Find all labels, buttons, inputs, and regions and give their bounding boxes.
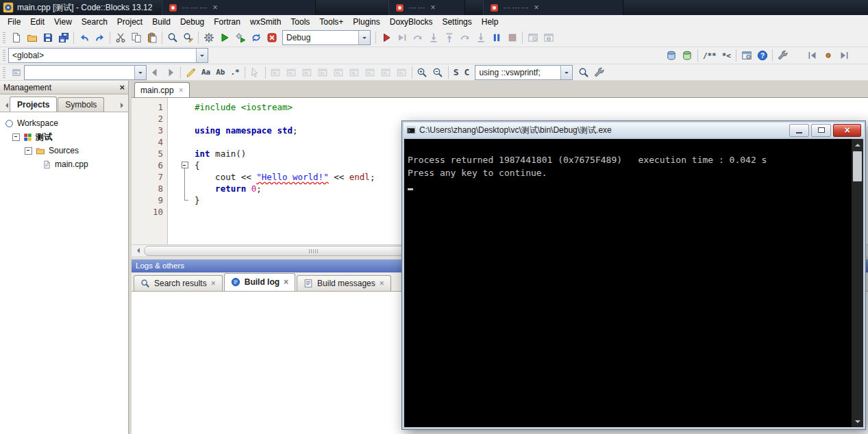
wx-widget-button[interactable]	[299, 65, 315, 80]
step-out-button[interactable]	[441, 30, 457, 45]
menu-file[interactable]: File	[3, 15, 25, 29]
break-debugger-button[interactable]	[488, 30, 504, 45]
jump-back-button[interactable]	[804, 48, 820, 63]
symbol-combo[interactable]: using ::vswprintf;	[475, 65, 573, 80]
tab-close-icon[interactable]	[380, 279, 384, 288]
wx-widget-button[interactable]	[347, 65, 362, 80]
tabs-scroll-right-icon[interactable]	[119, 99, 127, 112]
next-line-button[interactable]	[410, 30, 425, 45]
build-and-run-button[interactable]	[232, 30, 248, 45]
paste-button[interactable]	[144, 30, 160, 45]
doxy-settings-button[interactable]	[775, 48, 791, 63]
jump-last-button[interactable]	[820, 48, 836, 63]
build-button[interactable]	[201, 30, 216, 45]
menu-project[interactable]: Project	[112, 15, 147, 29]
wx-widget-button[interactable]	[378, 65, 394, 80]
minimize-button[interactable]	[789, 124, 809, 137]
menu-debug[interactable]: Debug	[175, 15, 209, 29]
toolbar-grip[interactable]	[3, 50, 5, 61]
background-tab[interactable]: ⋯⋯⋯	[162, 0, 316, 15]
tab-close-icon[interactable]	[212, 3, 217, 12]
tree-item-project[interactable]: 测试	[0, 130, 128, 144]
run-to-cursor-button[interactable]	[394, 30, 410, 45]
wx-widget-button[interactable]	[394, 65, 410, 80]
pointer-tool-button[interactable]	[247, 65, 263, 80]
menu-tools-plus[interactable]: Tools+	[314, 15, 348, 29]
doxywizard-button[interactable]	[739, 48, 754, 63]
scroll-up-icon[interactable]	[852, 140, 863, 150]
replace-button[interactable]	[180, 30, 196, 45]
abort-build-button[interactable]	[264, 30, 280, 45]
toolbar-grip[interactable]	[3, 67, 5, 78]
copy-button[interactable]	[128, 30, 144, 45]
menu-help[interactable]: Help	[477, 15, 504, 29]
tab-close-icon[interactable]	[211, 279, 216, 288]
undo-button[interactable]	[76, 30, 92, 45]
zoom-in-button[interactable]	[414, 65, 430, 80]
doxygen-help-button[interactable]	[754, 48, 770, 63]
background-tab[interactable]: ⋯⋯⋯	[483, 0, 623, 15]
run-doc-button[interactable]	[680, 48, 695, 63]
wx-widget-button[interactable]	[268, 65, 284, 80]
menu-plugins[interactable]: Plugins	[348, 15, 384, 29]
match-word-button[interactable]: Ab	[213, 65, 227, 80]
zoom-out-button[interactable]	[430, 65, 446, 80]
menu-edit[interactable]: Edit	[25, 15, 49, 29]
debug-info-button[interactable]	[541, 30, 556, 45]
save-button[interactable]	[40, 30, 55, 45]
tab-close-icon[interactable]	[430, 3, 435, 12]
s-tool-button[interactable]: S	[451, 65, 462, 80]
scope-combo[interactable]: <global>	[8, 48, 208, 63]
wx-widget-button[interactable]	[315, 65, 331, 80]
next-instruction-button[interactable]	[457, 30, 473, 45]
regex-button[interactable]: .*	[228, 65, 243, 80]
debug-continue-button[interactable]	[378, 30, 394, 45]
match-case-button[interactable]: Aa	[199, 65, 213, 80]
stop-debugger-button[interactable]	[504, 30, 520, 45]
step-into-button[interactable]	[425, 30, 441, 45]
cut-button[interactable]	[112, 30, 128, 45]
highlight-button[interactable]	[183, 65, 199, 80]
jump-forward-button[interactable]	[836, 48, 852, 63]
menu-wxsmith[interactable]: wxSmith	[245, 15, 286, 29]
save-all-button[interactable]	[55, 30, 71, 45]
menu-search[interactable]: Search	[77, 15, 112, 29]
toolbar-settings-button[interactable]	[591, 65, 607, 80]
fold-icon[interactable]	[167, 159, 190, 171]
scrollbar-thumb[interactable]	[853, 151, 862, 181]
chevron-down-icon[interactable]	[560, 66, 572, 79]
doxy-line-comment-button[interactable]: *<	[719, 48, 734, 63]
tab-close-icon[interactable]	[179, 86, 184, 94]
nav-back-button[interactable]	[147, 65, 162, 80]
incremental-search-button[interactable]	[575, 65, 591, 80]
menu-doxyblocks[interactable]: DoxyBlocks	[385, 15, 438, 29]
run-button[interactable]	[216, 30, 232, 45]
wx-widget-button[interactable]	[284, 65, 299, 80]
menu-fortran[interactable]: Fortran	[209, 15, 245, 29]
menu-view[interactable]: View	[49, 15, 77, 29]
maximize-button[interactable]	[811, 124, 831, 137]
tab-build-messages[interactable]: Build messages	[297, 275, 391, 291]
find-button[interactable]	[164, 30, 180, 45]
tab-build-log[interactable]: Build log	[224, 273, 295, 291]
rebuild-button[interactable]	[248, 30, 264, 45]
close-icon[interactable]	[119, 82, 125, 92]
expander-icon[interactable]	[12, 133, 20, 141]
redo-button[interactable]	[92, 30, 108, 45]
chevron-down-icon[interactable]	[358, 31, 370, 44]
expander-icon[interactable]	[25, 147, 32, 155]
tab-symbols[interactable]: Symbols	[58, 97, 104, 112]
wx-widget-button[interactable]	[331, 65, 347, 80]
tab-close-icon[interactable]	[284, 278, 288, 286]
tab-search-results[interactable]: Search results	[134, 275, 223, 291]
tree-item-sources[interactable]: Sources	[0, 144, 128, 157]
step-into-instruction-button[interactable]	[473, 30, 488, 45]
menu-settings[interactable]: Settings	[437, 15, 476, 29]
tab-maincpp[interactable]: main.cpp	[134, 82, 190, 97]
menu-tools[interactable]: Tools	[286, 15, 314, 29]
open-file-button[interactable]	[24, 30, 40, 45]
scroll-left-icon[interactable]	[132, 245, 142, 256]
scroll-down-icon[interactable]	[852, 416, 863, 426]
build-target-combo[interactable]: Debug	[282, 30, 371, 45]
toolbar-grip[interactable]	[3, 32, 5, 43]
